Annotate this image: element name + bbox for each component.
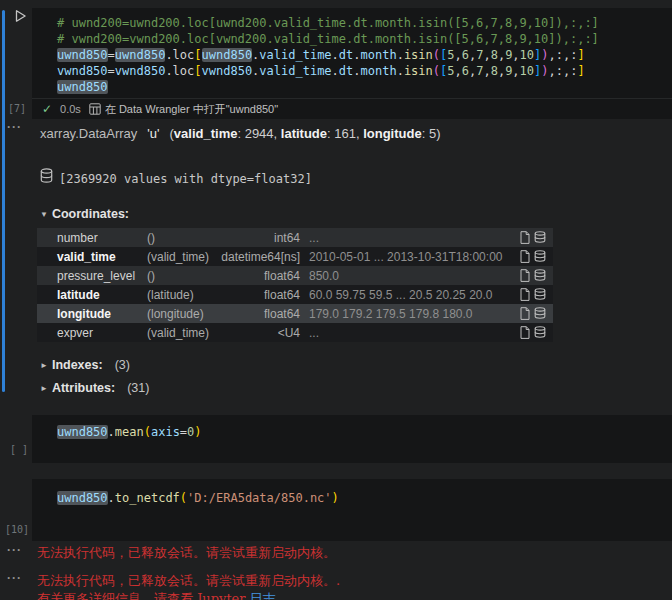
execution-count-2: [ ] [10, 444, 28, 455]
row-action-icons [511, 288, 553, 301]
code-token: , [483, 48, 490, 62]
code-cell-3[interactable]: uwnd850.to_netcdf('D:/ERA5data/850.nc') [32, 479, 672, 541]
code-token: vwnd850 [57, 64, 108, 78]
code-token: , [483, 64, 490, 78]
code-cell-2[interactable]: uwnd850.mean(axis=0) [32, 415, 672, 463]
code-token: .loc [165, 64, 194, 78]
code-token: vwnd850 [202, 64, 253, 78]
database-icon[interactable] [534, 231, 546, 244]
code-token: 'D:/ERA5data/850.nc' [187, 491, 332, 505]
row-action-icons [511, 326, 553, 339]
code-editor-2[interactable]: uwnd850.mean(axis=0) [32, 415, 672, 440]
code-token: uwnd850 [57, 80, 108, 94]
code-token: axis [151, 425, 180, 439]
error-message-3: 有关更多详细信息，请查看 Jupyter 日志。 [37, 591, 289, 600]
code-token: # uwnd200=uwnd200.loc[uwnd200.valid_time… [57, 16, 599, 30]
attributes-count: (31) [127, 381, 149, 395]
coordinate-dims: (longitude) [147, 307, 209, 321]
indexes-section-header[interactable]: ►Indexes:(3) [40, 358, 557, 372]
code-editor-1[interactable]: # uwnd200=uwnd200.loc[uwnd200.valid_time… [32, 8, 672, 95]
attributes-label: Attributes: [52, 381, 115, 395]
file-icon[interactable] [520, 269, 530, 282]
run-cell-icon[interactable] [12, 8, 28, 24]
code-token: ) [332, 491, 339, 505]
code-token: .loc [165, 48, 194, 62]
database-icon[interactable] [534, 307, 546, 320]
database-icon[interactable] [534, 288, 546, 301]
code-token: ( [433, 48, 440, 62]
code-token: ] [577, 48, 584, 62]
attributes-section-header[interactable]: ►Attributes:(31) [40, 381, 557, 395]
coordinate-name: longitude [37, 307, 147, 321]
code-token: . [397, 64, 404, 78]
execution-count-3: [10] [5, 524, 29, 535]
code-cell-1[interactable]: # uwnd200=uwnd200.loc[uwnd200.valid_time… [32, 8, 672, 119]
code-token: , [512, 48, 519, 62]
code-line: vwnd850=vwnd850.loc[vwnd850.valid_time.d… [57, 63, 672, 79]
database-icon[interactable] [534, 250, 546, 263]
file-icon[interactable] [520, 288, 530, 301]
database-icon[interactable] [40, 168, 53, 184]
code-token: 8 [491, 64, 498, 78]
code-token: # vwnd200=vwnd200.loc[vwnd200.valid_time… [57, 32, 599, 46]
array-values-summary: [2369920 values with dtype=float32] [59, 172, 312, 186]
coordinate-row: latitude(latitude)float6460.0 59.75 59.5… [37, 285, 553, 304]
database-icon[interactable] [534, 269, 546, 282]
row-action-icons [511, 250, 553, 263]
output-collapse-icon[interactable]: ··· [7, 543, 22, 557]
xarray-data-summary: [2369920 values with dtype=float32] [40, 166, 557, 186]
error-text: 。 [276, 591, 289, 600]
code-token: 6 [462, 48, 469, 62]
coordinate-dtype: int64 [209, 231, 305, 245]
code-token: ] [577, 64, 584, 78]
code-token: valid_time [259, 48, 331, 62]
coordinate-vals: ... [305, 326, 511, 340]
focused-cell-indicator [2, 10, 5, 392]
xarray-dims: (valid_time: 2944, latitude: 161, longit… [170, 126, 441, 141]
file-icon[interactable] [520, 326, 530, 339]
code-token: uwnd850 [57, 491, 108, 505]
coordinate-dtype: <U4 [209, 326, 305, 340]
coordinate-vals: 179.0 179.2 179.5 179.8 180.0 [305, 307, 511, 321]
file-icon[interactable] [520, 231, 530, 244]
xarray-type-label: xarray.DataArray [40, 126, 137, 141]
xarray-output: xarray.DataArray'u'(valid_time: 2944, la… [37, 126, 557, 395]
triangle-right-icon: ► [40, 384, 48, 393]
database-icon[interactable] [534, 326, 546, 339]
coordinate-dims: (valid_time) [147, 250, 209, 264]
data-wrangler-label: 在 Data Wrangler 中打开"uwnd850" [105, 102, 278, 117]
code-token: dt [339, 48, 353, 62]
file-icon[interactable] [520, 250, 530, 263]
code-editor-3[interactable]: uwnd850.to_netcdf('D:/ERA5data/850.nc') [32, 479, 672, 506]
code-token: . [332, 48, 339, 62]
row-action-icons [511, 307, 553, 320]
output-collapse-icon[interactable]: ··· [7, 571, 22, 585]
code-token: ) [541, 48, 548, 62]
cell-status-bar: ✓ 0.0s 在 Data Wrangler 中打开"uwnd850" [32, 98, 672, 119]
code-token: uwnd850 [202, 48, 253, 62]
code-token: , [454, 64, 461, 78]
code-token: . [353, 64, 360, 78]
coordinate-name: number [37, 231, 147, 245]
coordinate-row: pressure_level()float64850.0 [37, 266, 553, 285]
code-token: uwnd850 [57, 425, 108, 439]
execution-time: 0.0s [60, 103, 81, 115]
code-token: dt [339, 64, 353, 78]
xarray-array-name: 'u' [147, 126, 159, 141]
code-token: ,:,: [549, 48, 578, 62]
coordinate-dtype: datetime64[ns] [209, 250, 305, 264]
code-token: [ [194, 48, 201, 62]
coordinates-table: number()int64...valid_time(valid_time)da… [37, 228, 553, 342]
file-icon[interactable] [520, 307, 530, 320]
code-token: to_netcdf [115, 491, 180, 505]
indexes-label: Indexes: [52, 358, 103, 372]
data-wrangler-action[interactable]: 在 Data Wrangler 中打开"uwnd850" [89, 102, 278, 117]
error-text: 无法执行代码，已释放会话。请尝试重新启动内核。. [37, 573, 340, 588]
coordinate-name: valid_time [37, 250, 147, 264]
code-token: 10 [520, 64, 534, 78]
error-message-2: 无法执行代码，已释放会话。请尝试重新启动内核。. [37, 573, 340, 588]
jupyter-log-link[interactable]: 日志 [250, 591, 276, 600]
code-token: month [361, 64, 397, 78]
coordinates-section-header[interactable]: ▼Coordinates: [40, 207, 557, 221]
output-collapse-icon[interactable]: ··· [7, 120, 22, 134]
